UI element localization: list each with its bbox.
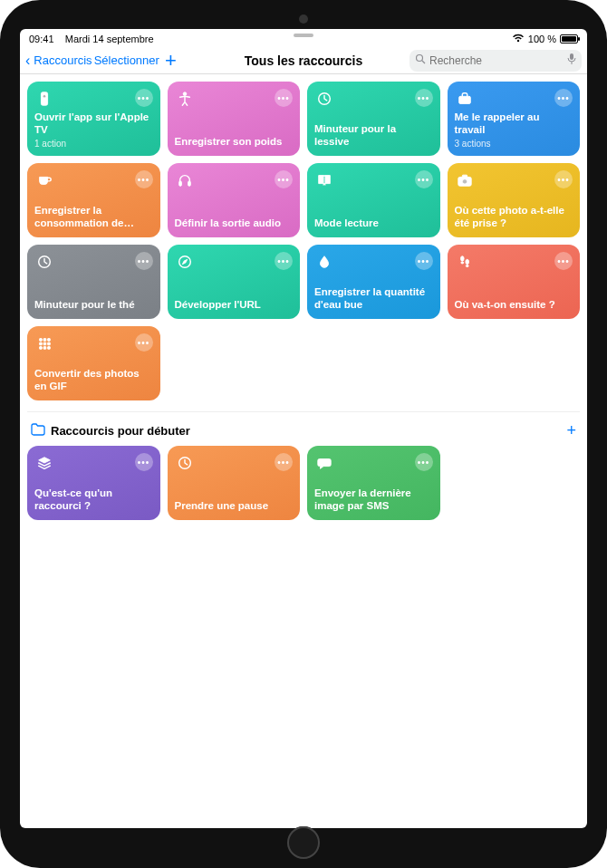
more-icon[interactable]: •••	[135, 333, 153, 352]
svg-point-11	[462, 179, 467, 184]
svg-rect-24	[48, 342, 51, 345]
shortcut-tile[interactable]: •••Minuteur pour le thé	[27, 245, 160, 319]
camera-dot	[299, 14, 308, 24]
more-icon[interactable]: •••	[415, 170, 433, 188]
tile-title: Minuteur pour le thé	[34, 299, 153, 312]
page-title: Tous les raccourcis	[245, 53, 362, 68]
tile-title: Où cette photo a-t-elle été prise ?	[455, 205, 573, 230]
content-scroll[interactable]: •••Ouvrir l'app sur l'Apple TV1 action••…	[20, 74, 587, 828]
tile-title: Convertir des photos en GIF	[34, 368, 153, 393]
appletv-remote-icon	[34, 89, 54, 109]
cup-icon	[34, 170, 54, 190]
camera-icon	[455, 170, 475, 190]
svg-point-18	[466, 265, 468, 266]
svg-rect-3	[41, 92, 47, 105]
svg-point-4	[43, 95, 46, 99]
clock-icon	[314, 89, 334, 109]
more-icon[interactable]: •••	[554, 89, 573, 107]
briefcase-icon	[455, 89, 475, 109]
svg-rect-8	[178, 181, 181, 186]
select-button[interactable]: Sélectionner	[94, 53, 159, 67]
shortcut-tile[interactable]: •••Prendre une pause	[168, 446, 301, 520]
shortcut-tile[interactable]: •••Enregistrer son poids	[168, 82, 301, 156]
folder-icon	[31, 423, 45, 439]
tile-title: Ouvrir l'app sur l'Apple TV	[34, 111, 153, 137]
more-icon[interactable]: •••	[415, 453, 433, 471]
svg-point-17	[465, 259, 468, 264]
shortcut-tile[interactable]: •••Développer l'URL	[168, 245, 301, 319]
mic-icon[interactable]	[567, 53, 576, 68]
add-shortcut-button[interactable]: +	[165, 51, 177, 71]
shortcut-tile[interactable]: •••Envoyer la dernière image par SMS	[307, 446, 440, 520]
tile-title: Développer l'URL	[175, 299, 294, 312]
more-icon[interactable]: •••	[275, 170, 293, 188]
shortcuts-grid: •••Ouvrir l'app sur l'Apple TV1 action••…	[27, 82, 580, 400]
svg-rect-23	[43, 342, 46, 345]
screen: 09:41 Mardi 14 septembre 100 % ‹ Raccour…	[20, 29, 587, 828]
shortcut-tile[interactable]: •••Enregistrer la quantité d'eau bue	[307, 245, 440, 319]
svg-point-0	[417, 55, 423, 62]
grid-icon	[34, 333, 54, 353]
shortcut-tile[interactable]: •••Ouvrir l'app sur l'Apple TV1 action	[27, 82, 160, 156]
more-icon[interactable]: •••	[275, 89, 293, 107]
tile-subtitle: 1 action	[34, 139, 153, 149]
starter-grid: •••Qu'est-ce qu'un raccourci ?•••Prendre…	[27, 446, 580, 520]
chevron-left-icon: ‹	[25, 53, 30, 68]
clock-icon	[175, 453, 195, 473]
more-icon[interactable]: •••	[135, 453, 153, 471]
battery-text: 100 %	[528, 34, 556, 44]
shortcut-tile[interactable]: •••Me le rappeler au travail3 actions	[448, 82, 581, 156]
shortcut-tile[interactable]: •••Qu'est-ce qu'un raccourci ?	[27, 446, 160, 520]
more-icon[interactable]: •••	[135, 89, 153, 107]
back-button[interactable]: ‹ Raccourcis	[25, 53, 92, 68]
status-date: Mardi 14 septembre	[65, 34, 154, 44]
more-icon[interactable]: •••	[415, 89, 433, 107]
headphones-icon	[175, 170, 195, 190]
svg-rect-25	[40, 347, 43, 350]
tile-title: Qu'est-ce qu'un raccourci ?	[34, 487, 153, 513]
more-icon[interactable]: •••	[135, 252, 153, 270]
search-field[interactable]	[409, 50, 582, 72]
shortcut-tile[interactable]: •••Mode lecture	[307, 163, 440, 237]
more-icon[interactable]: •••	[275, 252, 293, 270]
more-icon[interactable]: •••	[415, 252, 433, 270]
tile-title: Où va-t-on ensuite ?	[455, 299, 573, 312]
svg-rect-22	[40, 342, 43, 345]
svg-rect-12	[462, 175, 467, 178]
shortcut-tile[interactable]: •••Où cette photo a-t-elle été prise ?	[448, 163, 581, 237]
layers-icon	[34, 453, 54, 473]
status-bar: 09:41 Mardi 14 septembre 100 %	[20, 29, 587, 47]
section-header[interactable]: Raccourcis pour débuter +	[27, 411, 580, 446]
more-icon[interactable]: •••	[135, 170, 153, 188]
svg-rect-19	[40, 339, 43, 342]
section-add-button[interactable]: +	[566, 421, 576, 440]
more-icon[interactable]: •••	[554, 170, 573, 188]
tile-title: Me le rappeler au travail	[455, 111, 573, 137]
shortcut-tile[interactable]: •••Où va-t-on ensuite ?	[448, 245, 581, 319]
shortcut-tile[interactable]: •••Minuteur pour la lessive	[307, 82, 440, 156]
search-input[interactable]	[429, 54, 564, 67]
svg-rect-21	[48, 339, 51, 342]
tile-subtitle: 3 actions	[455, 139, 573, 149]
battery-icon	[560, 34, 578, 43]
nav-bar: ‹ Raccourcis Sélectionner + Tous les rac…	[20, 47, 587, 74]
status-right: 100 %	[512, 34, 578, 44]
more-icon[interactable]: •••	[554, 252, 573, 270]
svg-rect-26	[43, 347, 46, 350]
shortcut-tile[interactable]: •••Convertir des photos en GIF	[27, 326, 160, 400]
svg-rect-20	[43, 339, 46, 342]
home-button[interactable]	[287, 826, 320, 859]
compass-icon	[175, 252, 195, 272]
shortcut-tile[interactable]: •••Enregistrer la consommation de…	[27, 163, 160, 237]
tile-title: Enregistrer la consommation de…	[34, 205, 153, 230]
search-icon	[415, 53, 426, 67]
book-icon	[314, 170, 334, 190]
footsteps-icon	[455, 252, 475, 272]
svg-point-5	[183, 92, 187, 96]
shortcut-tile[interactable]: •••Définir la sortie audio	[168, 163, 301, 237]
clock-icon	[34, 252, 54, 272]
more-icon[interactable]: •••	[275, 453, 293, 471]
svg-rect-9	[188, 181, 190, 186]
multitask-pill	[294, 34, 313, 37]
svg-point-16	[460, 262, 463, 264]
